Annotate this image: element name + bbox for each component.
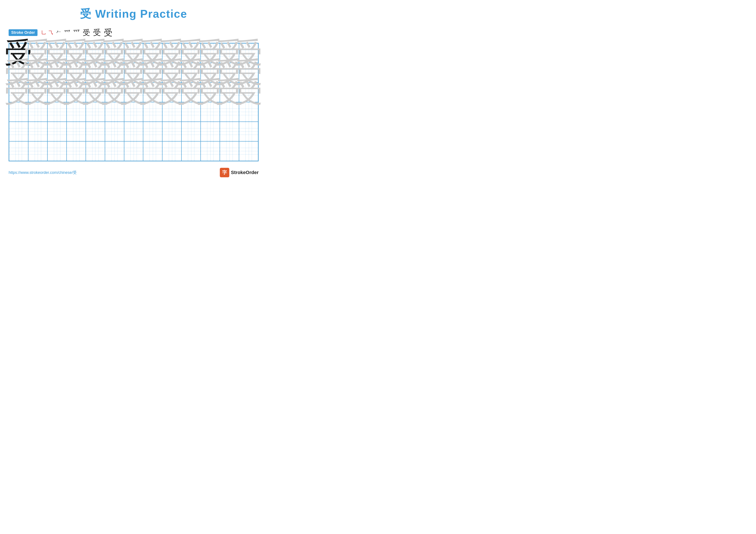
stroke-step-6: 受	[83, 28, 90, 38]
grid-cell-r3-c13[interactable]: 受	[239, 83, 258, 102]
grid-cell-r5-c3[interactable]	[47, 122, 67, 141]
grid-cell-r6-c5[interactable]	[86, 141, 105, 161]
stroke-step-3: 𠂉	[56, 30, 61, 36]
stroke-sequence: ⺃ ⺄ 𠂉 爫 爫 受 受 受	[41, 27, 113, 38]
grid-cell-r6-c9[interactable]	[162, 141, 181, 161]
stroke-order-badge: Stroke Order	[9, 29, 38, 36]
stroke-step-5: 爫	[73, 28, 80, 37]
grid-cell-r6-c7[interactable]	[124, 141, 143, 161]
grid-cell-r5-c7[interactable]	[124, 122, 143, 141]
grid-cell-r5-c1[interactable]	[9, 122, 28, 141]
grid-cell-r5-c13[interactable]	[239, 122, 258, 141]
logo-char: 字	[222, 169, 227, 176]
grid-cell-r6-c12[interactable]	[220, 141, 239, 161]
grid-cell-r5-c11[interactable]	[201, 122, 220, 141]
title-text: Writing Practice	[92, 8, 187, 20]
grid-cell-r5-c2[interactable]	[28, 122, 47, 141]
page-title: 受 Writing Practice	[9, 7, 258, 21]
practice-grid: 受受受受受受受受受受受受受受受受受受受受受受受受受受受受受受受受受受受受受受受	[9, 43, 258, 161]
grid-cell-r5-c8[interactable]	[143, 122, 162, 141]
grid-row-5	[9, 122, 258, 141]
grid-cell-r5-c10[interactable]	[181, 122, 201, 141]
logo-text: StrokeOrder	[231, 170, 258, 175]
stroke-step-4: 爫	[64, 29, 70, 37]
stroke-step-2: ⺄	[49, 30, 53, 36]
logo-icon: 字	[220, 168, 229, 177]
footer: https://www.strokeorder.com/chinese/受 字 …	[9, 168, 258, 177]
grid-cell-r6-c8[interactable]	[143, 141, 162, 161]
stroke-order-row: Stroke Order ⺃ ⺄ 𠂉 爫 爫 受 受 受	[9, 27, 258, 38]
grid-cell-r6-c13[interactable]	[239, 141, 258, 161]
grid-cell-r5-c9[interactable]	[162, 122, 181, 141]
title-char: 受	[80, 8, 92, 20]
grid-cell-r6-c10[interactable]	[181, 141, 201, 161]
footer-logo: 字 StrokeOrder	[220, 168, 258, 177]
grid-cell-r5-c4[interactable]	[67, 122, 86, 141]
grid-cell-r6-c11[interactable]	[201, 141, 220, 161]
grid-cell-r6-c2[interactable]	[28, 141, 47, 161]
grid-cell-r6-c4[interactable]	[67, 141, 86, 161]
grid-cell-r6-c6[interactable]	[105, 141, 124, 161]
stroke-step-8: 受	[104, 27, 113, 38]
footer-url[interactable]: https://www.strokeorder.com/chinese/受	[9, 170, 77, 175]
grid-row-3: 受受受受受受受受受受受受受	[9, 83, 258, 102]
grid-row-6	[9, 141, 258, 161]
practice-char: 受	[234, 78, 263, 107]
grid-cell-r5-c6[interactable]	[105, 122, 124, 141]
grid-cell-r5-c5[interactable]	[86, 122, 105, 141]
grid-cell-r6-c1[interactable]	[9, 141, 28, 161]
stroke-step-1: ⺃	[41, 30, 46, 36]
grid-cell-r5-c12[interactable]	[220, 122, 239, 141]
grid-cell-r6-c3[interactable]	[47, 141, 67, 161]
stroke-step-7: 受	[93, 27, 101, 38]
